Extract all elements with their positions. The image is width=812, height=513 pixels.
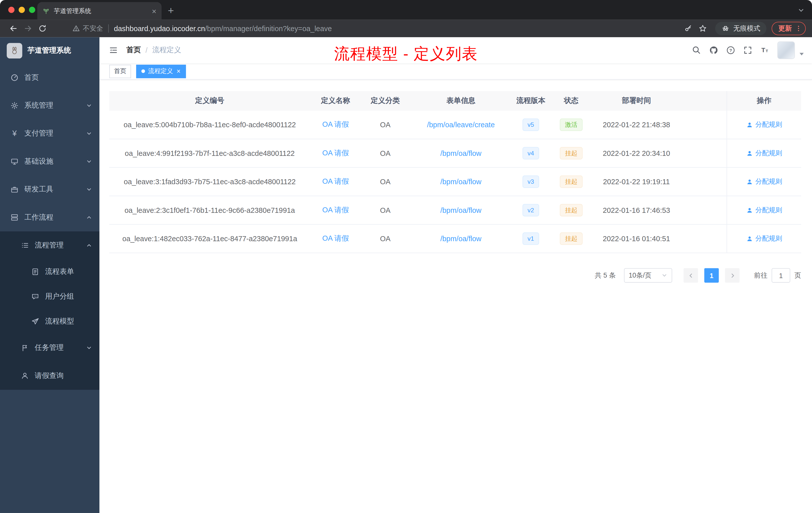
app-navbar: 首页 / 流程定义 ?: [99, 37, 812, 63]
monitor-icon: [10, 157, 19, 165]
assign-rule-link[interactable]: 分配规则: [746, 234, 782, 243]
security-label: 不安全: [83, 24, 103, 33]
chevron-down-icon: [86, 186, 92, 193]
sidebar-item-workflow[interactable]: 工作流程: [0, 204, 99, 232]
version-badge: v4: [522, 147, 539, 160]
sidebar-item-process-mgmt[interactable]: 流程管理: [0, 232, 99, 259]
collection-icon: [10, 213, 19, 221]
browser-tab[interactable]: 芋道管理系统 ×: [37, 2, 162, 20]
tag-label: 首页: [114, 67, 126, 76]
url-host: dashboard.yudao.iocoder.cn: [114, 24, 205, 33]
workflow-submenu: 流程管理 流程表单 用户分组 流程模型 任务管理: [0, 232, 99, 390]
chevron-down-icon: [661, 272, 668, 279]
back-button[interactable]: [6, 21, 21, 36]
form-info-link[interactable]: /bpm/oa/flow: [440, 234, 482, 243]
minimize-window-button[interactable]: [19, 7, 25, 13]
col-spacer: [680, 91, 727, 111]
goto-page-input[interactable]: [772, 268, 790, 282]
bookmark-star-icon[interactable]: [696, 21, 710, 36]
forward-button[interactable]: [21, 21, 35, 36]
tab-search-chevron-icon[interactable]: [798, 7, 805, 14]
fullscreen-icon[interactable]: [743, 46, 753, 55]
window-controls: [8, 7, 35, 13]
tags-view: 首页 流程定义 ×: [99, 63, 812, 80]
breadcrumb-current: 流程定义: [152, 46, 181, 55]
breadcrumb-home[interactable]: 首页: [126, 46, 141, 55]
sidebar-item-user-group[interactable]: 用户分组: [0, 284, 99, 309]
sidebar-item-task-mgmt[interactable]: 任务管理: [0, 334, 99, 362]
assign-rule-link[interactable]: 分配规则: [746, 120, 782, 129]
assign-rule-link[interactable]: 分配规则: [746, 206, 782, 215]
chevron-up-icon: [86, 242, 92, 248]
definition-name-link[interactable]: OA 请假: [322, 120, 349, 129]
goto-unit-label: 页: [794, 271, 801, 280]
sidebar-item-label: 研发工具: [24, 185, 54, 194]
cell-deploy-time: 2022-01-22 21:48:38: [593, 111, 680, 139]
col-definition-id: 定义编号: [109, 91, 310, 111]
sidebar-collapse-button[interactable]: [109, 46, 118, 55]
version-badge: v2: [522, 204, 539, 217]
divider: [108, 24, 109, 33]
col-status: 状态: [549, 91, 593, 111]
chevron-down-icon: [86, 102, 92, 109]
definition-name-link[interactable]: OA 请假: [322, 177, 349, 186]
user-avatar[interactable]: [777, 41, 795, 59]
definition-table: 定义编号 定义名称 定义分类 表单信息 流程版本 状态 部署时间 操作 oa_l…: [109, 91, 801, 253]
github-icon[interactable]: [709, 46, 718, 55]
close-window-button[interactable]: [8, 7, 14, 13]
table-header: 定义编号 定义名称 定义分类 表单信息 流程版本 状态 部署时间 操作: [109, 91, 801, 111]
logo-avatar: [7, 43, 22, 58]
browser-update-menu-button[interactable]: 更新: [772, 22, 806, 35]
definition-name-link[interactable]: OA 请假: [322, 149, 349, 158]
cell-definition-id: oa_leave:1:482ec033-762a-11ec-8477-a2380…: [109, 224, 310, 252]
reload-button[interactable]: [35, 21, 50, 36]
tag-home[interactable]: 首页: [109, 64, 131, 78]
sidebar-item-infrastructure[interactable]: 基础设施: [0, 148, 99, 175]
new-tab-button[interactable]: +: [164, 3, 178, 18]
sidebar-item-process-model[interactable]: 流程模型: [0, 309, 99, 334]
search-icon[interactable]: [692, 46, 701, 55]
sidebar-item-process-form[interactable]: 流程表单: [0, 259, 99, 284]
definition-name-link[interactable]: OA 请假: [322, 206, 349, 215]
dashboard-icon: [10, 73, 19, 82]
tab-close-icon[interactable]: ×: [152, 7, 156, 15]
cell-deploy-time: 2022-01-22 19:19:11: [593, 168, 680, 195]
sidebar-item-label: 首页: [24, 73, 39, 82]
assign-rule-link[interactable]: 分配规则: [746, 177, 782, 186]
font-size-icon[interactable]: TT: [760, 46, 770, 55]
form-info-link[interactable]: /bpm/oa/flow: [440, 206, 482, 214]
address-bar[interactable]: dashboard.yudao.iocoder.cn/bpm/manager/d…: [114, 24, 681, 33]
assign-rule-link[interactable]: 分配规则: [746, 149, 782, 158]
tag-process-definition[interactable]: 流程定义 ×: [136, 64, 185, 78]
url-path: /bpm/manager/definition?key=oa_leave: [205, 24, 332, 33]
avatar-caret-icon[interactable]: [800, 53, 804, 55]
site-security-button[interactable]: 不安全: [72, 24, 103, 33]
cell-spacer: [680, 224, 727, 252]
form-info-link[interactable]: /bpm/oa/flow: [440, 177, 482, 186]
status-badge: 挂起: [560, 204, 583, 217]
tag-close-icon[interactable]: ×: [176, 68, 180, 74]
sidebar-item-system-mgmt[interactable]: 系统管理: [0, 92, 99, 119]
cell-category: OA: [361, 139, 410, 167]
browser-window: 芋道管理系统 × + 不安全 dashboard.yudao.iocoder.c…: [0, 0, 812, 513]
sidebar-item-leave-query[interactable]: 请假查询: [0, 362, 99, 390]
next-page-button[interactable]: [725, 268, 740, 282]
sidebar-item-dev-tools[interactable]: 研发工具: [0, 175, 99, 203]
password-key-icon[interactable]: [681, 21, 696, 36]
chevron-up-icon: [86, 214, 92, 221]
prev-page-button[interactable]: [684, 268, 698, 282]
form-info-link[interactable]: /bpm/oa/flow: [440, 149, 482, 157]
page-size-select[interactable]: 10条/页: [624, 268, 672, 282]
help-icon[interactable]: ?: [726, 46, 735, 55]
sidebar-item-home[interactable]: 首页: [0, 64, 99, 92]
sidebar-item-payment-mgmt[interactable]: ¥ 支付管理: [0, 119, 99, 147]
form-info-link[interactable]: /bpm/oa/leave/create: [427, 121, 495, 129]
zoom-window-button[interactable]: [29, 7, 35, 13]
definition-name-link[interactable]: OA 请假: [322, 234, 349, 243]
breadcrumb: 首页 / 流程定义: [126, 46, 181, 55]
chat-icon: [31, 292, 39, 301]
navbar-actions: ? TT: [692, 41, 804, 59]
page-number-button[interactable]: 1: [704, 268, 719, 282]
version-badge: v5: [522, 118, 539, 131]
cell-definition-id: oa_leave:4:991f2193-7b7f-11ec-a3c8-acde4…: [109, 139, 310, 167]
